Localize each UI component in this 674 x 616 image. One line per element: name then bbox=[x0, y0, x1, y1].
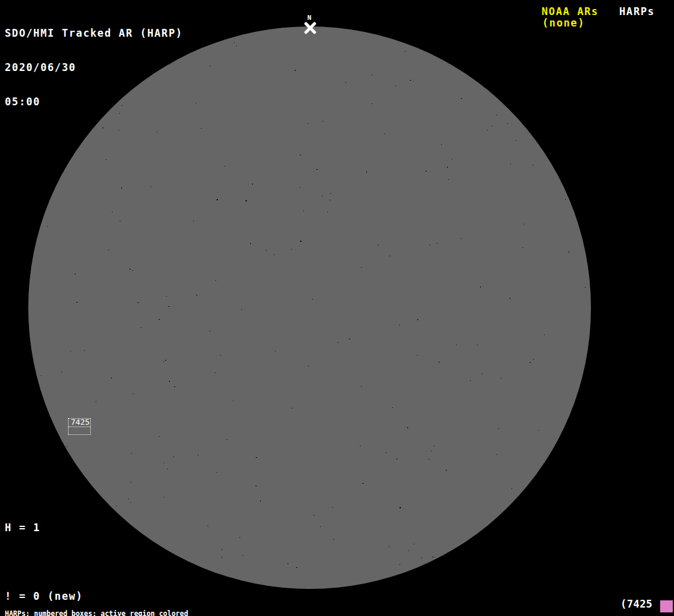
observation-date: 2020/06/30 bbox=[5, 62, 183, 73]
harp-tracking-view: N 7425 SDO/HMI Tracked AR (HARP) 2020/06… bbox=[0, 0, 674, 616]
legend-spacer bbox=[5, 556, 140, 568]
noaa-ars-value: (none) bbox=[542, 17, 585, 29]
header-block: SDO/HMI Tracked AR (HARP) 2020/06/30 05:… bbox=[5, 5, 183, 131]
harp-box: 7425 bbox=[68, 418, 91, 435]
caption-harps: HARPs: numbered boxes; active region col… bbox=[5, 610, 247, 616]
harps-column-label: HARPs bbox=[619, 6, 655, 17]
caption-block: HARPs: numbered boxes; active region col… bbox=[5, 596, 247, 616]
observation-time: 05:00 bbox=[5, 96, 183, 108]
harp-color-swatch bbox=[660, 600, 673, 612]
legend-harp-count: H = 1 bbox=[5, 522, 140, 534]
page-title: SDO/HMI Tracked AR (HARP) bbox=[5, 28, 183, 39]
harp-box-label: 7425 bbox=[69, 419, 90, 427]
harp-reference-label: (7425 bbox=[620, 598, 652, 610]
noaa-ars-column-label: NOAA ARs bbox=[542, 6, 599, 17]
